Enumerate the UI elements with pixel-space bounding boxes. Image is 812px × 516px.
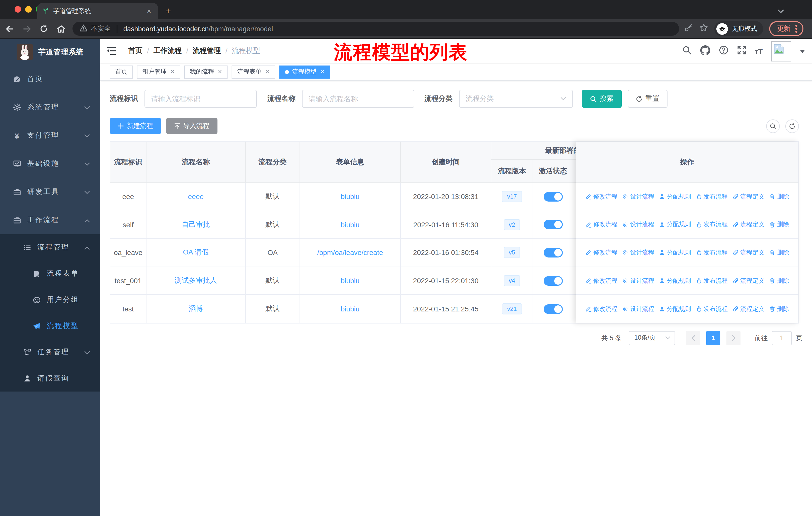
current-page-button[interactable]: 1	[706, 331, 720, 345]
design-process-link[interactable]: 设计流程	[622, 267, 654, 295]
tag-process-model[interactable]: 流程模型✕	[279, 65, 330, 78]
edit-process-link[interactable]: 修改流程	[585, 239, 617, 266]
form-info-link[interactable]: biubiu	[341, 221, 360, 229]
create-process-button[interactable]: 新建流程	[110, 118, 161, 134]
publish-process-link[interactable]: 发布流程	[695, 239, 728, 266]
active-toggle[interactable]	[544, 304, 562, 314]
update-button[interactable]: 更新	[769, 21, 803, 36]
search-icon[interactable]	[682, 45, 691, 57]
back-icon[interactable]	[2, 21, 17, 36]
tab-close-icon[interactable]: ×	[145, 7, 153, 15]
breadcrumb-process-mgmt[interactable]: 流程管理	[193, 46, 221, 55]
publish-process-link[interactable]: 发布流程	[695, 267, 728, 295]
reload-icon[interactable]	[36, 21, 51, 36]
edit-process-link[interactable]: 修改流程	[585, 211, 617, 238]
sidebar-item-workflow[interactable]: 工作流程	[0, 206, 100, 234]
sidebar-item-task-management[interactable]: 任务管理	[0, 339, 100, 365]
active-toggle[interactable]	[544, 192, 562, 201]
address-bar[interactable]: 不安全 dashboard.yudao.iocoder.cn/bpm/manag…	[72, 22, 679, 36]
sidebar-item-process-form[interactable]: 流程表单	[0, 261, 100, 287]
process-name-link[interactable]: eeee	[188, 193, 204, 201]
delete-link[interactable]: 删除	[769, 295, 789, 323]
browser-tab[interactable]: 芋道管理系统 ×	[37, 3, 158, 19]
design-process-link[interactable]: 设计流程	[622, 239, 654, 266]
assign-rule-link[interactable]: 分配规则	[659, 211, 691, 238]
next-page-button[interactable]	[726, 331, 741, 345]
tag-my-process[interactable]: 我的流程✕	[184, 65, 228, 78]
process-definition-link[interactable]: 流程定义	[732, 183, 764, 210]
process-definition-link[interactable]: 流程定义	[732, 211, 764, 238]
font-size-icon[interactable]: TT	[755, 47, 763, 55]
version-badge[interactable]: v17	[502, 191, 522, 202]
breadcrumb-workflow[interactable]: 工作流程	[153, 46, 182, 55]
active-toggle[interactable]	[544, 248, 562, 257]
version-badge[interactable]: v5	[504, 247, 520, 258]
not-secure-warning-icon[interactable]	[80, 24, 88, 33]
bookmark-star-icon[interactable]	[699, 23, 708, 34]
tag-process-form[interactable]: 流程表单✕	[232, 65, 275, 78]
process-key-input[interactable]	[144, 90, 257, 108]
page-size-select[interactable]: 10条/页	[629, 331, 675, 345]
form-info-link[interactable]: biubiu	[341, 193, 360, 201]
version-badge[interactable]: v2	[504, 219, 520, 230]
avatar-caret-icon[interactable]	[800, 50, 805, 53]
tag-close-icon[interactable]: ✕	[170, 69, 175, 75]
help-icon[interactable]	[719, 45, 728, 57]
process-name-input[interactable]	[302, 90, 414, 108]
form-info-link[interactable]: /bpm/oa/leave/create	[317, 249, 383, 257]
process-definition-link[interactable]: 流程定义	[732, 239, 764, 266]
process-definition-link[interactable]: 流程定义	[732, 267, 764, 295]
goto-page-input[interactable]	[772, 331, 792, 345]
publish-process-link[interactable]: 发布流程	[695, 183, 728, 210]
version-badge[interactable]: v4	[504, 275, 520, 286]
delete-link[interactable]: 删除	[769, 239, 789, 266]
design-process-link[interactable]: 设计流程	[622, 183, 654, 210]
new-tab-button[interactable]: +	[162, 5, 174, 17]
design-process-link[interactable]: 设计流程	[622, 211, 654, 238]
tab-search-chevron-icon[interactable]	[777, 7, 784, 16]
delete-link[interactable]: 删除	[769, 211, 789, 238]
version-badge[interactable]: v21	[502, 303, 522, 315]
active-toggle[interactable]	[544, 220, 562, 229]
refresh-table-button[interactable]	[785, 119, 799, 133]
sidebar-item-process-model[interactable]: 流程模型	[0, 313, 100, 339]
sidebar-item-system[interactable]: 系统管理	[0, 93, 100, 121]
assign-rule-link[interactable]: 分配规则	[659, 239, 691, 266]
tag-home[interactable]: 首页	[110, 65, 133, 78]
sidebar-item-process-management[interactable]: 流程管理	[0, 234, 100, 261]
collapse-sidebar-icon[interactable]	[106, 46, 117, 55]
form-info-link[interactable]: biubiu	[341, 305, 360, 313]
home-icon[interactable]	[53, 21, 68, 36]
assign-rule-link[interactable]: 分配规则	[659, 295, 691, 323]
search-button[interactable]: 搜索	[582, 90, 622, 108]
process-name-link[interactable]: OA 请假	[183, 248, 209, 257]
process-name-link[interactable]: 测试多审批人	[175, 276, 217, 285]
active-toggle[interactable]	[544, 276, 562, 286]
breadcrumb-home[interactable]: 首页	[128, 46, 142, 55]
import-process-button[interactable]: 导入流程	[166, 118, 218, 134]
forward-icon[interactable]	[19, 21, 34, 36]
reset-button[interactable]: 重置	[628, 90, 668, 108]
form-info-link[interactable]: biubiu	[341, 277, 360, 285]
design-process-link[interactable]: 设计流程	[622, 295, 654, 323]
process-name-link[interactable]: 自己审批	[182, 220, 210, 229]
browser-menu-icon[interactable]	[795, 25, 797, 33]
tag-tenant[interactable]: 租户管理✕	[137, 65, 180, 78]
sidebar-item-infrastructure[interactable]: 基础设施	[0, 150, 100, 178]
sidebar-logo[interactable]: 芋道管理系统	[0, 39, 100, 65]
delete-link[interactable]: 删除	[769, 267, 789, 295]
github-icon[interactable]	[700, 45, 710, 57]
avatar[interactable]	[771, 41, 791, 61]
process-definition-link[interactable]: 流程定义	[732, 295, 764, 323]
assign-rule-link[interactable]: 分配规则	[659, 267, 691, 295]
tag-close-icon[interactable]: ✕	[218, 69, 222, 75]
prev-page-button[interactable]	[686, 331, 700, 345]
sidebar-item-devtools[interactable]: 研发工具	[0, 178, 100, 206]
publish-process-link[interactable]: 发布流程	[695, 295, 728, 323]
tag-close-icon[interactable]: ✕	[265, 69, 269, 75]
sidebar-item-user-group[interactable]: 用户分组	[0, 287, 100, 313]
sidebar-item-home[interactable]: 首页	[0, 65, 100, 93]
fullscreen-icon[interactable]	[737, 45, 746, 57]
delete-link[interactable]: 删除	[769, 183, 789, 210]
sidebar-item-leave-query[interactable]: 请假查询	[0, 365, 100, 391]
